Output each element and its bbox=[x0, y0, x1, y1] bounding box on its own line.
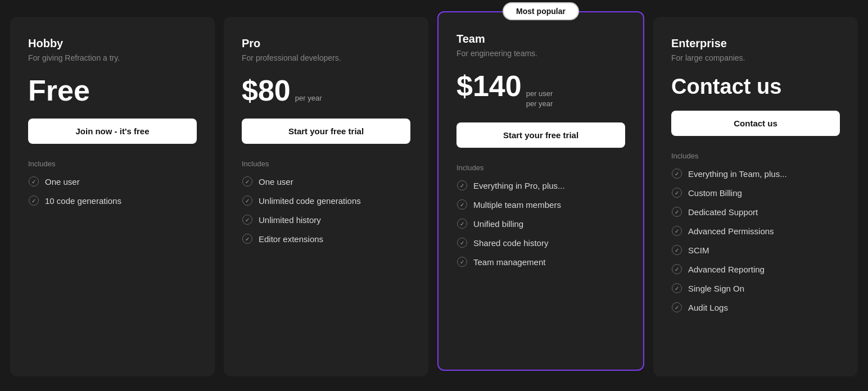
feature-item: Unified billing bbox=[456, 218, 625, 229]
feature-list-enterprise: Everything in Team, plus... Custom Billi… bbox=[671, 168, 840, 313]
check-icon bbox=[456, 256, 468, 267]
feature-text: Everything in Team, plus... bbox=[688, 169, 787, 179]
check-icon bbox=[242, 233, 253, 244]
feature-list-team: Everything in Pro, plus... Multiple team… bbox=[456, 180, 625, 267]
check-circle bbox=[672, 188, 682, 198]
check-icon bbox=[456, 180, 468, 191]
check-icon bbox=[671, 225, 682, 237]
check-circle bbox=[672, 169, 682, 179]
check-icon bbox=[242, 214, 253, 225]
feature-item: Unlimited history bbox=[242, 214, 410, 225]
plan-name-hobby: Hobby bbox=[28, 37, 197, 50]
feature-text: SCIM bbox=[688, 245, 709, 255]
feature-text: 10 code generations bbox=[45, 196, 121, 206]
check-circle bbox=[242, 234, 252, 244]
feature-text: Custom Billing bbox=[688, 188, 742, 198]
feature-item: Unlimited code generations bbox=[242, 195, 410, 206]
feature-text: Editor extensions bbox=[259, 234, 323, 244]
check-circle bbox=[242, 196, 252, 206]
check-icon bbox=[456, 237, 468, 248]
feature-item: 10 code generations bbox=[28, 195, 197, 206]
check-icon bbox=[671, 206, 682, 217]
feature-text: Everything in Pro, plus... bbox=[473, 181, 565, 190]
check-icon bbox=[671, 244, 682, 256]
plan-name-enterprise: Enterprise bbox=[671, 37, 840, 50]
check-icon bbox=[671, 187, 682, 198]
cta-button-hobby[interactable]: Join now - it's free bbox=[28, 119, 197, 144]
check-circle bbox=[457, 257, 467, 267]
feature-text: Dedicated Support bbox=[688, 207, 758, 217]
feature-list-pro: One user Unlimited code generations Unli… bbox=[242, 176, 410, 244]
plan-tagline-hobby: For giving Refraction a try. bbox=[28, 53, 197, 62]
check-circle bbox=[457, 199, 467, 210]
plan-tagline-pro: For professional developers. bbox=[242, 53, 410, 62]
feature-item: Custom Billing bbox=[671, 187, 840, 198]
price-period-team: per userper year bbox=[526, 89, 553, 109]
most-popular-badge: Most popular bbox=[503, 2, 579, 20]
feature-item: One user bbox=[28, 176, 197, 187]
cta-button-enterprise[interactable]: Contact us bbox=[671, 111, 840, 136]
price-amount-team: $140 bbox=[456, 71, 522, 101]
feature-text: Unlimited code generations bbox=[259, 196, 361, 206]
check-icon bbox=[28, 176, 39, 187]
check-circle bbox=[672, 245, 682, 255]
feature-item: Single Sign On bbox=[671, 283, 840, 294]
check-circle bbox=[457, 180, 467, 190]
price-amount-pro: $80 bbox=[242, 76, 291, 105]
feature-text: One user bbox=[45, 177, 80, 187]
feature-item: Editor extensions bbox=[242, 233, 410, 244]
check-icon bbox=[456, 199, 468, 210]
feature-text: Shared code history bbox=[473, 238, 548, 248]
feature-text: Single Sign On bbox=[688, 284, 744, 293]
check-circle bbox=[672, 264, 682, 274]
feature-text: Team management bbox=[473, 257, 545, 267]
feature-item: Advanced Permissions bbox=[671, 225, 840, 237]
check-circle bbox=[672, 226, 682, 236]
feature-item: Team management bbox=[456, 256, 625, 267]
feature-item: SCIM bbox=[671, 244, 840, 256]
feature-item: One user bbox=[242, 176, 410, 187]
check-icon bbox=[28, 195, 39, 206]
plan-name-pro: Pro bbox=[242, 37, 410, 50]
cta-button-team[interactable]: Start your free trial bbox=[456, 122, 625, 148]
check-icon bbox=[671, 263, 682, 275]
check-circle bbox=[29, 196, 39, 206]
plan-card-team: Most popularTeamFor engineering teams. $… bbox=[437, 11, 644, 371]
price-amount-hobby: Free bbox=[28, 76, 90, 105]
plan-price-enterprise: Contact us bbox=[671, 76, 840, 97]
feature-text: Audit Logs bbox=[688, 303, 728, 312]
check-icon bbox=[671, 168, 682, 179]
feature-item: Everything in Team, plus... bbox=[671, 168, 840, 179]
check-circle bbox=[457, 238, 467, 248]
plan-price-hobby: Free bbox=[28, 76, 197, 105]
feature-item: Audit Logs bbox=[671, 302, 840, 313]
feature-text: Advanced Reporting bbox=[688, 265, 765, 274]
check-icon bbox=[242, 176, 253, 187]
cta-button-pro[interactable]: Start your free trial bbox=[242, 119, 410, 144]
check-circle bbox=[672, 302, 682, 312]
plan-card-enterprise: EnterpriseFor large companies. Contact u… bbox=[653, 17, 858, 376]
plan-tagline-enterprise: For large companies. bbox=[671, 53, 840, 62]
plan-tagline-team: For engineering teams. bbox=[456, 49, 625, 58]
plan-card-pro: ProFor professional developers. $80 per … bbox=[224, 17, 428, 376]
plan-price-pro: $80 per year bbox=[242, 76, 410, 105]
plan-price-team: $140 per userper year bbox=[456, 71, 625, 109]
check-icon bbox=[671, 302, 682, 313]
feature-item: Advanced Reporting bbox=[671, 263, 840, 275]
includes-label-enterprise: Includes bbox=[671, 152, 840, 160]
check-icon bbox=[671, 283, 682, 294]
feature-text: Unified billing bbox=[473, 219, 523, 229]
feature-text: One user bbox=[259, 177, 293, 187]
check-icon bbox=[242, 195, 253, 206]
feature-item: Everything in Pro, plus... bbox=[456, 180, 625, 191]
plan-name-team: Team bbox=[456, 33, 625, 46]
feature-text: Advanced Permissions bbox=[688, 226, 774, 236]
pricing-container: HobbyFor giving Refraction a try. Free J… bbox=[0, 0, 868, 391]
includes-label-pro: Includes bbox=[242, 160, 410, 168]
feature-text: Multiple team members bbox=[473, 200, 561, 210]
plan-card-hobby: HobbyFor giving Refraction a try. Free J… bbox=[10, 17, 215, 376]
feature-item: Multiple team members bbox=[456, 199, 625, 210]
check-icon bbox=[456, 218, 468, 229]
feature-list-hobby: One user 10 code generations bbox=[28, 176, 197, 206]
price-contact-enterprise: Contact us bbox=[671, 76, 781, 97]
